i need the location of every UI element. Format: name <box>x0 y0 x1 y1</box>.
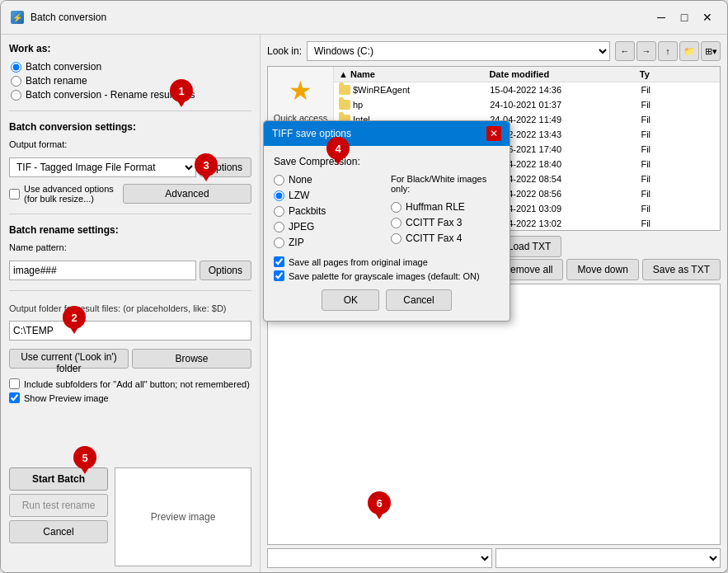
bottom-buttons: Start Batch Run test rename Cancel Previ… <box>9 461 251 566</box>
settings-label: Batch conversion settings: <box>9 121 251 133</box>
batch-conversion-window: ⚡ Batch conversion ─ □ ✕ Work as: Batch … <box>0 0 728 573</box>
format-select[interactable]: TIF - Tagged Image File Format <box>9 157 196 177</box>
radio-zip[interactable]: ZIP <box>274 237 383 248</box>
dialog-columns: None LZW Packbits JPEG <box>274 174 500 248</box>
radio-batch-rename[interactable]: Batch rename <box>11 75 251 87</box>
options-button[interactable]: Options <box>200 157 251 177</box>
work-as-label: Work as: <box>9 43 251 54</box>
advanced-options-checkbox[interactable] <box>9 189 20 200</box>
close-button[interactable]: ✕ <box>697 7 717 27</box>
radio-jpeg[interactable]: JPEG <box>274 221 383 232</box>
up-button[interactable]: ↑ <box>658 41 678 61</box>
name-options-button[interactable]: Options <box>200 261 251 280</box>
radio-ccitt4[interactable]: CCITT Fax 4 <box>391 232 500 244</box>
dialog-title-bar: TIFF save options ✕ <box>264 121 510 146</box>
run-test-button[interactable]: Run test rename <box>9 494 108 517</box>
radio-none[interactable]: None <box>274 174 383 186</box>
forward-button[interactable]: → <box>636 41 656 61</box>
cancel-button[interactable]: Cancel <box>9 520 108 543</box>
folder-buttons: Use current ('Look in') folder Browse <box>9 349 251 369</box>
show-preview-label[interactable]: Show Preview image <box>9 392 251 403</box>
name-pattern-label: Name pattern: <box>9 242 251 252</box>
radio-huffman[interactable]: Huffman RLE <box>391 201 500 213</box>
back-button[interactable]: ← <box>615 41 635 61</box>
left-panel: Work as: Batch conversion Batch rename B… <box>1 35 261 573</box>
dialog-close-button[interactable]: ✕ <box>486 126 501 141</box>
filter-select-1[interactable] <box>267 548 492 568</box>
list-item[interactable]: $WinREAgent 15-04-2022 14:36 Fil <box>334 82 720 97</box>
tiff-dialog: TIFF save options ✕ Save Compression: No… <box>263 120 510 322</box>
radio-packbits[interactable]: Packbits <box>274 205 383 217</box>
view-button[interactable]: ⊞▾ <box>701 41 721 61</box>
file-list-header: ▲ Name Date modified Ty <box>334 67 720 82</box>
browse-button[interactable]: Browse <box>132 349 251 369</box>
name-pattern-input[interactable] <box>9 261 196 280</box>
radio-batch-conversion[interactable]: Batch conversion <box>11 61 251 73</box>
app-icon: ⚡ <box>11 11 24 24</box>
advanced-options-checkbox-label[interactable]: Use advanced options (for bulk resize...… <box>9 184 120 204</box>
look-in-label: Look in: <box>267 45 302 57</box>
preview-image-label: Preview image <box>151 511 216 523</box>
window-title: Batch conversion <box>31 12 106 23</box>
filter-row <box>267 548 721 568</box>
list-item[interactable]: hp 24-10-2021 01:37 Fil <box>334 97 720 112</box>
save-palette-checkbox[interactable] <box>274 270 284 281</box>
output-desc: Output folder for result files: (or plac… <box>9 303 251 313</box>
col-name-header: ▲ Name <box>339 69 489 79</box>
work-as-radio-group: Batch conversion Batch rename Batch conv… <box>11 61 251 101</box>
include-subfolders-label[interactable]: Include subfolders for "Add all" button;… <box>9 378 251 389</box>
bw-options-title: For Black/White images only: <box>391 174 500 194</box>
title-buttons: ─ □ ✕ <box>651 7 717 27</box>
save-all-pages-checkbox[interactable] <box>274 256 284 267</box>
dialog-ok-button[interactable]: OK <box>322 289 379 311</box>
maximize-button[interactable]: □ <box>674 7 694 27</box>
nav-buttons: ← → ↑ 📁 ⊞▾ <box>615 41 721 61</box>
name-pattern-row: Options <box>9 261 251 280</box>
folder-icon <box>339 100 350 110</box>
include-subfolders-checkbox[interactable] <box>9 378 20 389</box>
minimize-button[interactable]: ─ <box>651 7 671 27</box>
use-current-folder-button[interactable]: Use current ('Look in') folder <box>9 349 129 369</box>
radio-lzw[interactable]: LZW <box>274 190 383 201</box>
new-folder-button[interactable]: 📁 <box>679 41 699 61</box>
compression-options-col: None LZW Packbits JPEG <box>274 174 383 248</box>
title-bar: ⚡ Batch conversion ─ □ ✕ <box>1 1 727 35</box>
save-palette-row[interactable]: Save palette for grayscale images (defau… <box>274 270 500 281</box>
col-date-header: Date modified <box>489 69 639 79</box>
output-format-label: Output format: <box>9 139 251 149</box>
save-compression-label: Save Compression: <box>274 156 500 167</box>
advanced-button[interactable]: Advanced <box>123 184 251 204</box>
output-folder-input[interactable] <box>9 321 251 341</box>
preview-image-area: Preview image <box>115 467 251 566</box>
input-files-area[interactable] <box>267 284 721 545</box>
filter-select-2[interactable] <box>496 548 721 568</box>
rename-settings-label: Batch rename settings: <box>9 224 251 236</box>
look-in-select[interactable]: Windows (C:) <box>307 41 610 61</box>
radio-batch-conversion-rename[interactable]: Batch conversion - Rename result files <box>11 89 251 101</box>
save-all-pages-row[interactable]: Save all pages from original image <box>274 256 500 267</box>
dialog-title-text: TIFF save options <box>272 128 351 139</box>
quick-access-star-icon: ★ <box>289 75 312 106</box>
col-type-header: Ty <box>640 69 715 79</box>
include-section: Include subfolders for "Add all" button;… <box>9 378 251 403</box>
advanced-row: Use advanced options (for bulk resize...… <box>9 184 251 204</box>
title-bar-left: ⚡ Batch conversion <box>11 11 106 24</box>
save-as-txt-button[interactable]: Save as TXT <box>642 259 721 280</box>
left-buttons: Start Batch Run test rename Cancel <box>9 467 108 543</box>
dialog-buttons: OK Cancel <box>274 289 500 311</box>
dialog-cancel-button[interactable]: Cancel <box>386 289 451 311</box>
show-preview-checkbox[interactable] <box>9 392 20 403</box>
look-in-row: Look in: Windows (C:) ← → ↑ 📁 ⊞▾ <box>267 41 721 61</box>
folder-icon <box>339 85 350 95</box>
start-batch-button[interactable]: Start Batch <box>9 467 108 491</box>
move-down-button[interactable]: Move down <box>566 259 638 280</box>
dialog-body: Save Compression: None LZW Packbits <box>264 146 510 321</box>
buttons-row: Start Batch Run test rename Cancel Previ… <box>9 467 251 566</box>
format-row: TIF - Tagged Image File Format Options <box>9 157 251 177</box>
bw-options-col: For Black/White images only: Huffman RLE… <box>391 174 500 248</box>
radio-ccitt3[interactable]: CCITT Fax 3 <box>391 217 500 228</box>
